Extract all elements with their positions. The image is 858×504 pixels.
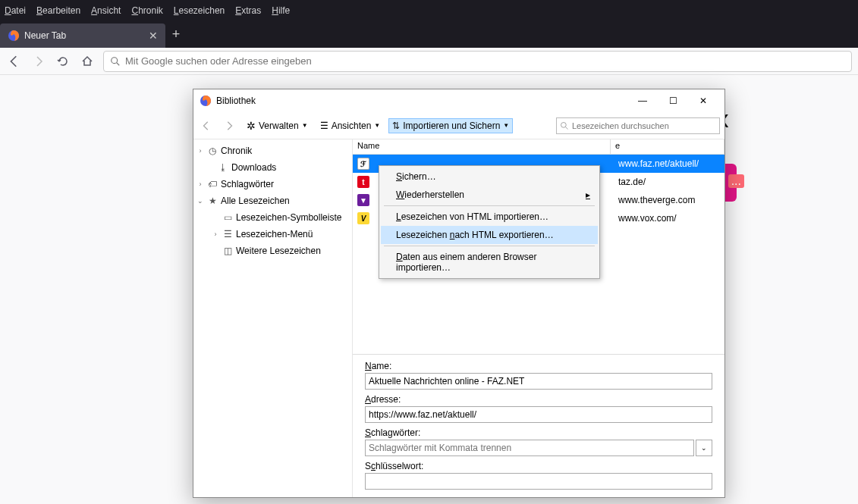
tab-strip: Neuer Tab ✕ + xyxy=(0,20,858,48)
browser-tab[interactable]: Neuer Tab ✕ xyxy=(0,23,165,48)
menu-view[interactable]: Ansicht xyxy=(91,5,121,16)
favicon: t xyxy=(357,176,369,188)
tree-item-history[interactable]: ›◷Chronik xyxy=(193,142,352,159)
tags-label: Schlagwörter: xyxy=(365,427,712,438)
tree-item-toolbar[interactable]: ▭Lesezeichen-Symbolleiste xyxy=(193,209,352,226)
col-name[interactable]: Name xyxy=(353,139,611,154)
tree-item-other[interactable]: ◫Weitere Lesezeichen xyxy=(193,243,352,259)
menu-icon: ☰ xyxy=(222,229,233,239)
firefox-icon xyxy=(8,30,20,42)
url-input[interactable] xyxy=(125,55,845,67)
dialog-toolbar: ✲Verwalten▼ ☰Ansichten▼ ⇅Importieren und… xyxy=(193,112,724,139)
menu-edit[interactable]: Bearbeiten xyxy=(36,5,80,16)
window-minimize-button[interactable]: — xyxy=(627,92,658,109)
favicon: V xyxy=(357,212,369,224)
import-backup-button[interactable]: ⇅Importieren und Sichern▼ xyxy=(389,119,512,133)
menu-bookmarks[interactable]: Lesezeichen xyxy=(174,5,225,16)
menu-bar: Datei Bearbeiten Ansicht Chronik Lesezei… xyxy=(0,0,858,20)
download-icon: ⭳ xyxy=(218,162,228,173)
address-label: Adresse: xyxy=(365,394,712,405)
tags-dropdown-button[interactable]: ⌄ xyxy=(696,440,712,456)
clock-icon: ◷ xyxy=(207,146,218,156)
menu-history[interactable]: Chronik xyxy=(131,5,162,16)
keyword-input[interactable] xyxy=(365,473,712,490)
name-input[interactable] xyxy=(365,373,712,390)
tree-item-downloads[interactable]: ⭳Downloads xyxy=(193,159,352,176)
views-button[interactable]: ☰Ansichten▼ xyxy=(317,119,384,133)
list-header: Name e xyxy=(353,139,724,155)
nav-back-button[interactable] xyxy=(198,119,215,133)
favicon: ℱ xyxy=(357,158,369,170)
svg-point-4 xyxy=(561,122,567,127)
star-icon: ★ xyxy=(207,196,218,206)
url-bar[interactable] xyxy=(103,51,852,72)
window-close-button[interactable]: ✕ xyxy=(688,92,718,109)
menu-import-html[interactable]: Lesezeichen von HTML importieren… xyxy=(381,208,598,226)
name-label: Name: xyxy=(365,361,712,371)
organize-button[interactable]: ✲Verwalten▼ xyxy=(244,118,311,133)
address-input[interactable] xyxy=(365,406,712,423)
favicon: ▼ xyxy=(357,194,369,206)
tree-item-tags[interactable]: ›🏷Schlagwörter xyxy=(193,176,352,193)
import-backup-menu: Sichern… Wiederherstellen▸ Lesezeichen v… xyxy=(379,165,600,279)
toolbar-icon: ▭ xyxy=(222,212,233,223)
search-input[interactable] xyxy=(572,121,716,130)
back-button[interactable] xyxy=(6,53,23,70)
nav-forward-button[interactable] xyxy=(221,119,237,133)
tree-sidebar: ›◷Chronik ⭳Downloads ›🏷Schlagwörter ⌄★Al… xyxy=(193,139,353,497)
dialog-titlebar[interactable]: Bibliothek — ☐ ✕ xyxy=(193,89,724,112)
svg-line-2 xyxy=(117,62,120,65)
menu-restore[interactable]: Wiederherstellen▸ xyxy=(381,186,598,204)
reload-button[interactable] xyxy=(55,53,71,70)
svg-point-1 xyxy=(112,57,118,63)
tab-label: Neuer Tab xyxy=(24,30,66,41)
keyword-label: Schlüsselwort: xyxy=(365,461,712,471)
menu-import-browser[interactable]: Daten aus einem anderen Browser importie… xyxy=(381,248,598,277)
tag-icon: 🏷 xyxy=(207,179,218,189)
dialog-title: Bibliothek xyxy=(216,95,256,106)
import-export-icon: ⇅ xyxy=(392,121,400,131)
search-icon xyxy=(560,121,569,130)
col-url[interactable]: e xyxy=(611,139,724,154)
firefox-icon xyxy=(200,95,212,107)
gear-icon: ✲ xyxy=(247,120,256,132)
window-maximize-button[interactable]: ☐ xyxy=(658,92,688,109)
new-tab-button[interactable]: + xyxy=(165,27,187,42)
search-box[interactable] xyxy=(556,117,720,134)
library-dialog: Bibliothek — ☐ ✕ ✲Verwalten▼ ☰Ansichten▼… xyxy=(193,89,725,498)
svg-line-5 xyxy=(566,127,568,129)
nav-toolbar xyxy=(0,48,858,75)
menu-file[interactable]: Datei xyxy=(5,5,26,16)
list-icon: ☰ xyxy=(320,121,328,131)
forward-button[interactable] xyxy=(30,53,47,70)
tree-item-menu[interactable]: ›☰Lesezeichen-Menü xyxy=(193,226,352,243)
home-button[interactable] xyxy=(79,53,96,70)
tab-close-icon[interactable]: ✕ xyxy=(149,30,158,42)
tree-item-all-bookmarks[interactable]: ⌄★Alle Lesezeichen xyxy=(193,193,352,209)
menu-help[interactable]: Hilfe xyxy=(272,5,290,16)
details-pane: Name: Adresse: Schlagwörter: ⌄ Schlüssel… xyxy=(353,354,724,497)
menu-export-html[interactable]: Lesezeichen nach HTML exportieren… xyxy=(381,226,598,244)
folder-icon: ◫ xyxy=(222,246,233,256)
search-icon xyxy=(110,56,121,67)
tags-input[interactable] xyxy=(365,440,694,456)
menu-backup[interactable]: Sichern… xyxy=(381,167,598,186)
menu-extras[interactable]: Extras xyxy=(235,5,261,16)
